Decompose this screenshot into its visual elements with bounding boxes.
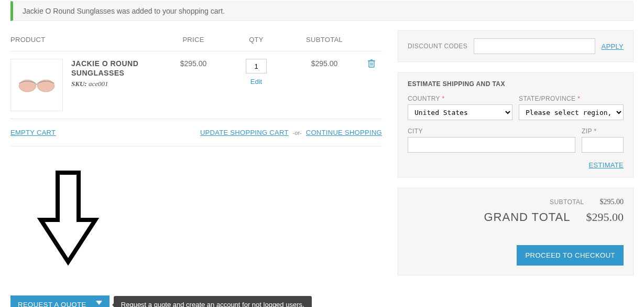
success-banner: Jackie O Round Sunglasses was added to y… (10, 1, 634, 21)
product-name[interactable]: JACKIE O ROUND SUNGLASSES (71, 59, 162, 78)
request-quote-button[interactable]: REQUEST A QUOTE (10, 295, 110, 307)
totals-panel: SUBTOTAL $295.00 GRAND TOTAL $295.00 PRO… (398, 188, 634, 276)
shipping-estimate-panel: ESTIMATE SHIPPING AND TAX COUNTRY * Unit… (398, 72, 634, 177)
subtotal-value: $295.00 (600, 198, 624, 206)
trash-icon (367, 59, 376, 68)
city-input[interactable] (408, 137, 575, 153)
cart-actions: EMPTY CART UPDATE SHOPPING CART -or- CON… (10, 119, 382, 146)
product-image[interactable] (10, 59, 63, 111)
remove-item-button[interactable] (367, 61, 376, 70)
shipping-panel-title: ESTIMATE SHIPPING AND TAX (408, 80, 624, 88)
arrow-down-icon (37, 167, 100, 272)
svg-point-0 (19, 80, 36, 91)
city-label: CITY (408, 128, 575, 135)
header-qty: QTY (225, 36, 288, 44)
state-select[interactable]: Please select region, state or province (519, 104, 624, 120)
quote-tooltip: Request a quote and create an account fo… (114, 296, 312, 307)
update-cart-link[interactable]: UPDATE SHOPPING CART (200, 129, 289, 136)
zip-input[interactable] (582, 137, 624, 153)
or-separator: -or- (293, 130, 302, 136)
cart-item-row: JACKIE O ROUND SUNGLASSES SKU: ace001 $2… (10, 51, 382, 119)
header-price: PRICE (162, 36, 225, 44)
continue-shopping-link[interactable]: CONTINUE SHOPPING (306, 129, 382, 136)
grand-total-label: GRAND TOTAL (484, 210, 570, 224)
edit-link[interactable]: Edit (225, 78, 288, 86)
country-label: COUNTRY * (408, 95, 512, 102)
empty-cart-link[interactable]: EMPTY CART (10, 129, 56, 136)
sku-label: SKU: (71, 80, 87, 88)
cart-table: PRODUCT PRICE QTY SUBTOTAL (10, 30, 382, 146)
header-product: PRODUCT (10, 36, 162, 44)
country-select[interactable]: United States (408, 104, 512, 120)
discount-code-input[interactable] (474, 38, 595, 54)
chevron-down-icon (96, 300, 102, 307)
item-subtotal: $295.00 (311, 59, 338, 68)
sunglasses-icon (16, 75, 58, 96)
header-subtotal: SUBTOTAL (288, 36, 361, 44)
proceed-checkout-button[interactable]: PROCEED TO CHECKOUT (517, 245, 624, 266)
request-quote-label: REQUEST A QUOTE (18, 301, 86, 307)
subtotal-label: SUBTOTAL (550, 198, 584, 206)
annotation-arrow (37, 167, 382, 274)
state-label: STATE/PROVINCE * (519, 95, 624, 102)
sku-value: ace001 (89, 80, 108, 88)
product-sku: SKU: ace001 (71, 80, 162, 88)
cart-header-row: PRODUCT PRICE QTY SUBTOTAL (10, 30, 382, 51)
item-price: $295.00 (180, 59, 207, 68)
grand-total-value: $295.00 (586, 210, 624, 224)
tooltip-text: Request a quote and create an account fo… (121, 301, 304, 307)
apply-discount-link[interactable]: APPLY (602, 43, 624, 50)
success-message: Jackie O Round Sunglasses was added to y… (23, 7, 225, 15)
discount-label: DISCOUNT CODES (408, 43, 467, 50)
svg-point-1 (38, 80, 54, 91)
estimate-link[interactable]: ESTIMATE (589, 161, 624, 169)
discount-panel: DISCOUNT CODES APPLY (398, 30, 634, 62)
zip-label: ZIP * (582, 128, 624, 135)
quantity-input[interactable] (246, 59, 267, 73)
